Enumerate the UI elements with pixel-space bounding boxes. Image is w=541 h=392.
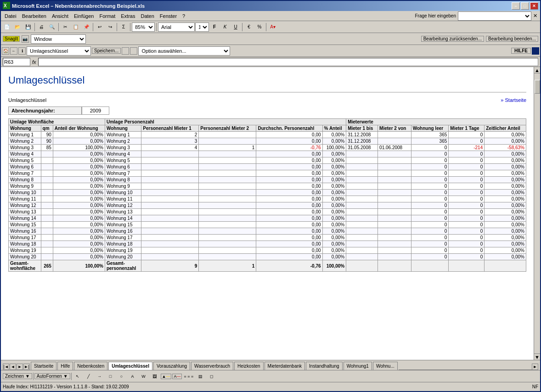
shadow-btn[interactable]: ▤ [195, 371, 205, 381]
vertical-scrollbar[interactable]: ▲ ▼ [534, 67, 540, 360]
draw-line[interactable]: ╱ [84, 371, 94, 381]
tab-umlageschluessel[interactable]: Umlageschlüssel [108, 362, 152, 370]
font-color-btn[interactable]: A— [172, 374, 182, 379]
table-cell: Wohnung 15 [105, 222, 141, 228]
fontsize-combo[interactable]: 10 [195, 22, 209, 32]
help-search-combo[interactable] [458, 11, 531, 21]
fill-color-btn[interactable]: ▲— [161, 374, 172, 379]
menu-item-fenster[interactable]: Fenster [157, 12, 180, 20]
scrollbar-thumb[interactable] [535, 80, 540, 94]
menu-item-daten[interactable]: Daten [138, 12, 157, 20]
tab-next-button[interactable]: ► [17, 364, 23, 370]
tab-last-button[interactable]: ►| [23, 364, 30, 370]
table-cell: Wohnung 18 [105, 241, 141, 247]
menu-item-format[interactable]: Format [96, 12, 118, 20]
cut-button[interactable]: ✂ [60, 22, 70, 32]
tab-instandhaltung[interactable]: Instandhaltung [306, 362, 343, 370]
draw-textbox[interactable]: A [128, 371, 138, 381]
tab-wohnung1[interactable]: Wohnung1 [344, 362, 372, 370]
startseite-link[interactable]: » Startseite [501, 97, 526, 103]
draw-select[interactable]: ↖ [73, 371, 83, 381]
tab-mieterdatenbank[interactable]: Mieterdatenbank [265, 362, 305, 370]
copy-button[interactable]: 📋 [71, 22, 81, 32]
scroll-up-button[interactable]: ▲ [534, 67, 540, 73]
hilfe-btn[interactable]: HILFE [511, 48, 531, 54]
helper-icon-home[interactable]: 🏠 [2, 47, 9, 55]
table-cell: 0 [449, 228, 485, 235]
3d-btn[interactable]: ◻ [206, 371, 216, 381]
group1-header: Umlage Wohnfläche [9, 119, 105, 125]
formula-input[interactable] [38, 58, 538, 66]
print-button[interactable]: 🖨 [36, 22, 46, 32]
table-cell: 0,00 [256, 215, 322, 222]
zeichnen-btn[interactable]: Zeichnen ▼ [3, 373, 32, 379]
bearbeitung-zuruecksenden[interactable]: Bearbeitung zurücksenden... [421, 36, 484, 42]
open-button[interactable]: 📂 [12, 22, 23, 32]
name-box[interactable] [3, 58, 30, 66]
paste-button[interactable]: 📌 [81, 22, 91, 32]
tab-heizkosten[interactable]: Heizkosten [234, 362, 263, 370]
new-button[interactable]: 📄 [2, 22, 12, 32]
draw-arrow[interactable]: → [95, 371, 105, 381]
table-cell: 0,00% [322, 215, 346, 222]
menu-item-extras[interactable]: Extras [118, 12, 138, 20]
toolbar-sep-1 [34, 23, 35, 31]
italic-button[interactable]: K [220, 22, 230, 32]
table-cell: Wohnung 9 [9, 183, 41, 190]
helper-icon-info[interactable]: ℹ [18, 47, 26, 55]
draw-rect[interactable]: □ [106, 371, 116, 381]
maximize-button[interactable]: □ [521, 2, 529, 10]
menu-item-datei[interactable]: Datei [2, 12, 19, 20]
helper-blue-icon[interactable] [532, 47, 539, 55]
minimize-button[interactable]: – [512, 2, 520, 10]
close-button[interactable]: ✕ [530, 2, 538, 10]
bold-button[interactable]: F [209, 22, 220, 32]
draw-wordart[interactable]: W [139, 371, 149, 381]
tab-scroll-right[interactable]: ► [532, 364, 538, 370]
helper-icon3[interactable] [130, 47, 137, 55]
sum-button[interactable]: Σ [118, 22, 129, 32]
autoformen-btn[interactable]: AutoFormen ▼ [34, 373, 70, 379]
zoom-combo[interactable]: 85% [132, 22, 155, 32]
bearbeitung-beenden[interactable]: Bearbeitung beenden... [486, 36, 538, 42]
snagit-icon[interactable]: 📷 [22, 35, 29, 43]
scroll-down-button[interactable]: ▼ [534, 353, 540, 360]
menu-item-help[interactable]: ? [180, 12, 188, 20]
table-cell: 0 [449, 190, 485, 196]
tab-hilfe[interactable]: Hilfe [57, 362, 73, 370]
menu-item-ansicht[interactable]: Ansicht [49, 12, 71, 20]
tab-prev-button[interactable]: ◄ [10, 364, 16, 370]
speichern-btn[interactable]: Speichern... [92, 48, 121, 54]
total-qm: 265 [41, 260, 53, 272]
tab-wasserverbrauch[interactable]: Wasserverbrauch [191, 362, 233, 370]
option-combo[interactable]: Option auswählen... [138, 46, 230, 56]
table-cell: Wohnung 17 [9, 235, 41, 241]
window-close-x[interactable]: ✕ [531, 13, 539, 19]
font-combo[interactable]: Arial [158, 22, 195, 32]
table-cell [346, 235, 378, 241]
redo-button[interactable]: ↪ [105, 22, 115, 32]
tab-wohnu[interactable]: Wohnu... [373, 362, 398, 370]
format-button[interactable]: % [254, 22, 265, 32]
draw-oval[interactable]: ○ [117, 371, 127, 381]
helper-icon-back[interactable]: ← [10, 47, 17, 55]
window-combo[interactable]: Window [31, 34, 86, 44]
menu-item-bearbeiten[interactable]: Bearbeiten [19, 12, 49, 20]
save-button[interactable]: 💾 [23, 22, 33, 32]
underline-button[interactable]: U [231, 22, 241, 32]
menu-item-einfuegen[interactable]: Einfügen [71, 12, 96, 20]
fill-color-button[interactable]: A▾ [268, 22, 278, 32]
tab-vorauszahlung[interactable]: Vorauszahlung [153, 362, 190, 370]
tab-nebenkosten[interactable]: Nebenkosten [74, 362, 107, 370]
helper-icon2[interactable] [122, 47, 129, 55]
tab-first-button[interactable]: |◄ [3, 364, 9, 370]
currency-button[interactable]: € [244, 22, 254, 32]
table-row: Wohnung 170,00%Wohnung 170,000,00%000,00… [9, 235, 526, 241]
helper-sheet-combo[interactable]: Umlageschlüssel [27, 46, 91, 56]
draw-clipart[interactable]: 🖼 [150, 371, 160, 381]
col-durchschn: Durchschn. Personenzahl [256, 125, 322, 132]
table-cell [41, 222, 53, 228]
tab-startseite[interactable]: Startseite [31, 362, 56, 370]
undo-button[interactable]: ↩ [95, 22, 105, 32]
preview-button[interactable]: 🔍 [47, 22, 57, 32]
